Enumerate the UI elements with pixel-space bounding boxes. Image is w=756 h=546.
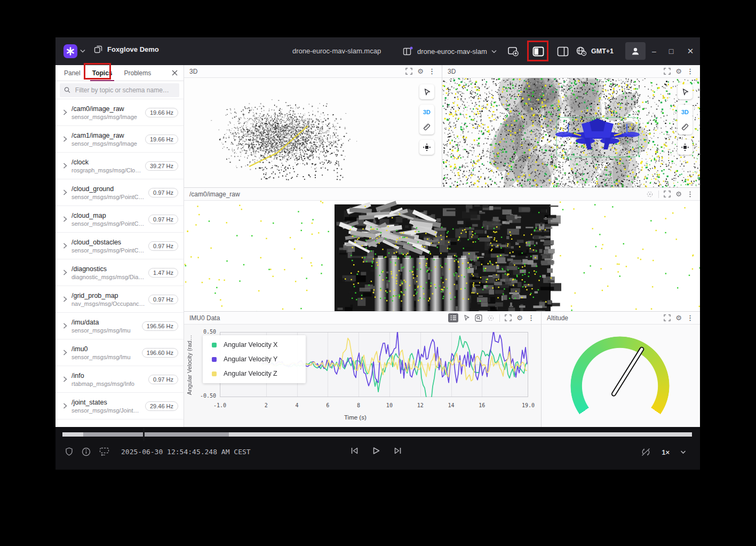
add-panel-button[interactable] xyxy=(505,43,521,59)
sync-view-icon[interactable] xyxy=(487,314,495,322)
info-icon[interactable] xyxy=(82,447,91,456)
timezone-button[interactable]: GMT+1 xyxy=(576,43,614,59)
seek-end-button[interactable] xyxy=(393,446,402,455)
foxglove-logo-button[interactable] xyxy=(63,44,77,58)
add-panel-icon xyxy=(507,46,519,57)
chevron-right-icon[interactable] xyxy=(63,403,67,409)
chevron-right-icon[interactable] xyxy=(63,136,67,142)
window-maximize-button[interactable]: □ xyxy=(664,44,679,59)
chevron-right-icon[interactable] xyxy=(63,109,67,115)
camera-viewport[interactable] xyxy=(184,201,700,311)
measure-tool-button[interactable] xyxy=(419,120,434,134)
3d-mode-button[interactable]: 3D xyxy=(419,105,434,120)
chevron-right-icon[interactable] xyxy=(63,243,67,249)
loop-off-icon[interactable] xyxy=(641,447,651,457)
playback-speed[interactable]: 1× xyxy=(662,448,670,456)
fullscreen-icon[interactable] xyxy=(664,191,671,197)
topic-row[interactable]: /cloud_obstaclessensor_msgs/msg/PointC…0… xyxy=(55,233,184,259)
left-sidebar-toggle-button[interactable] xyxy=(530,43,546,59)
chevron-right-icon[interactable] xyxy=(63,216,67,222)
gear-icon[interactable]: ⚙ xyxy=(675,314,682,321)
kebab-menu-icon[interactable]: ⋮ xyxy=(687,314,694,321)
shield-icon[interactable] xyxy=(65,447,73,456)
topic-row[interactable]: /cloud_mapsensor_msgs/msg/PointC…0.97 Hz xyxy=(55,206,184,233)
gear-icon[interactable]: ⚙ xyxy=(675,191,682,197)
fullscreen-icon[interactable] xyxy=(505,314,512,321)
topic-row[interactable]: /grid_prob_mapnav_msgs/msg/Occupanc…0.97… xyxy=(55,286,184,313)
chevron-right-icon[interactable] xyxy=(63,189,67,195)
topic-row[interactable]: /cam0/image_rawsensor_msgs/msg/Image19.6… xyxy=(55,99,184,126)
topic-row[interactable]: /diagnosticsdiagnostic_msgs/msg/Dia…1.47… xyxy=(55,259,184,286)
search-input[interactable] xyxy=(74,86,175,94)
play-button[interactable] xyxy=(372,446,380,455)
topic-row[interactable]: /infortabmap_msgs/msg/Info0.97 Hz xyxy=(55,366,184,393)
recenter-camera-button[interactable] xyxy=(678,140,693,155)
pointer-arrow-icon[interactable] xyxy=(463,314,470,321)
3d-mode-button[interactable]: 3D xyxy=(678,105,693,120)
measure-tool-button[interactable] xyxy=(678,120,693,134)
topic-row[interactable]: /cam1/image_rawsensor_msgs/msg/Image19.6… xyxy=(55,126,184,153)
topic-row[interactable]: /cloud_groundsensor_msgs/msg/PointC…0.97… xyxy=(55,179,184,206)
topic-row[interactable]: /joint_statessensor_msgs/msg/Joint…29.46… xyxy=(55,393,184,420)
gear-icon[interactable]: ⚙ xyxy=(417,68,424,75)
fullscreen-icon[interactable] xyxy=(664,314,671,321)
timeline-scrubber[interactable] xyxy=(62,432,692,437)
legend-toggle-button[interactable] xyxy=(448,313,458,322)
plot-xtick: 12 xyxy=(417,402,424,408)
layout-selector[interactable]: drone-euroc-mav-slam xyxy=(400,43,500,59)
app-menu-chevron[interactable] xyxy=(80,49,85,53)
plot-xtick: 8 xyxy=(357,402,360,408)
kebab-menu-icon[interactable]: ⋮ xyxy=(428,68,435,75)
chevron-down-icon[interactable] xyxy=(680,450,686,454)
topic-name: /grid_prob_map xyxy=(71,291,148,300)
kebab-menu-icon[interactable]: ⋮ xyxy=(687,68,694,75)
chevron-right-icon[interactable] xyxy=(63,350,67,355)
sidebar: Panel Topics Problems /cam0/image xyxy=(55,65,184,427)
select-tool-button[interactable] xyxy=(419,84,434,99)
recenter-camera-button[interactable] xyxy=(419,140,434,155)
fullscreen-icon[interactable] xyxy=(664,68,671,75)
chevron-right-icon[interactable] xyxy=(63,270,67,275)
panel-header[interactable]: /cam0/image_raw ⚙ ⋮ xyxy=(184,188,700,201)
list-icon xyxy=(450,315,457,321)
tab-problems[interactable]: Problems xyxy=(124,65,151,81)
kebab-menu-icon[interactable]: ⋮ xyxy=(687,191,694,197)
seek-start-button[interactable] xyxy=(350,446,359,455)
tab-panel[interactable]: Panel xyxy=(64,65,81,81)
legend-row[interactable]: Angular Velocity Y xyxy=(203,352,306,367)
3d-viewport[interactable]: 3D xyxy=(442,78,700,187)
3d-viewport[interactable]: 3D xyxy=(184,78,442,187)
legend-swatch xyxy=(212,371,217,376)
legend-row[interactable]: Angular Velocity Z xyxy=(203,367,306,381)
select-tool-button[interactable] xyxy=(678,84,693,99)
sync-camera-icon[interactable] xyxy=(646,191,654,198)
user-account-button[interactable] xyxy=(625,42,646,60)
chevron-right-icon[interactable] xyxy=(63,296,67,302)
sidebar-close-button[interactable] xyxy=(171,69,178,76)
panel-header[interactable]: IMU0 Data ⚙ ⋮ xyxy=(184,312,541,325)
panel-header[interactable]: 3D ⚙ ⋮ xyxy=(184,65,442,78)
timeline-playhead[interactable] xyxy=(143,428,145,441)
panel-header[interactable]: 3D ⚙ ⋮ xyxy=(442,65,700,78)
playback-timestamp[interactable]: 2025-06-30 12:54:45.248 AM CEST xyxy=(121,448,251,456)
topic-search-box[interactable] xyxy=(60,83,179,97)
window-minimize-button[interactable]: – xyxy=(647,44,662,59)
topic-row[interactable]: /clockrosgraph_msgs/msg/Clo…39.27 Hz xyxy=(55,153,184,179)
chevron-right-icon[interactable] xyxy=(63,163,67,169)
chevron-right-icon[interactable] xyxy=(63,323,67,329)
fullscreen-icon[interactable] xyxy=(405,68,412,75)
window-close-button[interactable]: ✕ xyxy=(683,44,698,59)
legend-row[interactable]: Angular Velocity X xyxy=(203,338,306,352)
kebab-menu-icon[interactable]: ⋮ xyxy=(528,314,535,321)
topic-row[interactable]: /imu0sensor_msgs/msg/Imu196.60 Hz xyxy=(55,339,184,366)
zoom-selection-icon[interactable] xyxy=(475,314,482,322)
panel-header[interactable]: Altitude ⚙ ⋮ xyxy=(542,312,700,325)
chevron-right-icon[interactable] xyxy=(63,376,67,382)
right-sidebar-toggle-button[interactable] xyxy=(555,43,571,59)
gear-icon[interactable]: ⚙ xyxy=(516,314,523,321)
loop-region-icon[interactable] xyxy=(99,447,109,456)
tab-topics[interactable]: Topics xyxy=(92,65,113,81)
topic-row[interactable]: /imu/datasensor_msgs/msg/Imu196.56 Hz xyxy=(55,313,184,339)
gear-icon[interactable]: ⚙ xyxy=(675,68,682,75)
layout-title[interactable]: Foxglove Demo xyxy=(94,45,159,54)
